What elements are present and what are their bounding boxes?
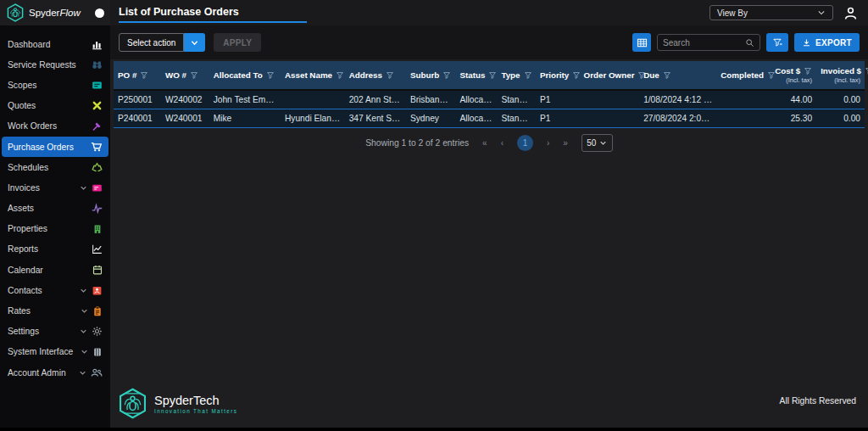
cell-po: P240001 — [114, 109, 161, 127]
grid-icon — [637, 37, 648, 48]
filter-icon[interactable] — [663, 71, 671, 80]
sidebar-item-purchase-orders[interactable]: Purchase Orders — [2, 137, 108, 157]
spydertech-logo-icon — [117, 388, 148, 419]
sidebar-item-label: Dashboard — [8, 40, 50, 49]
filter-icon[interactable] — [488, 71, 497, 80]
column-header-type[interactable]: Type — [497, 61, 536, 90]
table-row[interactable]: P250001W240002John Test Employee202 Ann … — [114, 90, 865, 109]
users-icon — [91, 367, 103, 378]
sidebar-item-properties[interactable]: Properties — [0, 219, 110, 239]
apply-button[interactable]: APPLY — [214, 33, 261, 52]
column-header-label: Completed — [721, 70, 764, 80]
column-header-asset-name[interactable]: Asset Name — [281, 61, 345, 90]
person-icon — [843, 6, 858, 20]
page-title: List of Purchase Orders — [119, 6, 307, 18]
view-by-dropdown[interactable]: View By — [709, 5, 833, 20]
column-header-allocated-to[interactable]: Allocated To — [209, 61, 281, 90]
next-page-button[interactable]: › — [547, 138, 549, 148]
filter-icon[interactable] — [804, 67, 812, 76]
chevron-down-icon — [79, 369, 86, 377]
filter-icon[interactable] — [140, 71, 148, 80]
cell-order-owner — [580, 90, 640, 109]
sidebar-item-calendar[interactable]: Calendar — [0, 260, 110, 280]
filter-icon[interactable] — [266, 71, 275, 80]
column-header-label: Allocated To — [214, 70, 263, 80]
sidebar-item-rates[interactable]: Rates — [0, 300, 110, 321]
column-header-label: Type — [501, 70, 520, 80]
sidebar-item-work-orders[interactable]: Work Orders — [0, 116, 110, 137]
filter-icon[interactable] — [442, 71, 451, 80]
filter-icon[interactable] — [336, 71, 344, 80]
contact-card-icon — [92, 285, 103, 296]
search-input[interactable] — [663, 38, 742, 48]
column-header-cost[interactable]: Cost $(Incl. tax) — [771, 61, 816, 90]
previous-page-button[interactable]: ‹ — [501, 138, 504, 148]
table-row[interactable]: P240001W240001MikeHyundi Elantra347 Kent… — [114, 109, 865, 127]
column-header-suburb[interactable]: Suburb — [406, 61, 455, 90]
filter-icon[interactable] — [386, 71, 394, 80]
waveform-icon — [92, 203, 103, 214]
sidebar-item-label: Contacts — [8, 286, 42, 295]
action-toolbar: Select action APPLY — [110, 25, 868, 59]
user-account-button[interactable] — [843, 6, 858, 20]
column-header-label: Suburb — [410, 70, 439, 80]
cell-due: 1/08/2024 4:12 pm — [639, 90, 716, 109]
current-page-button[interactable]: 1 — [517, 135, 533, 151]
sidebar-item-label: Properties — [8, 224, 47, 233]
cell-wo: W240001 — [161, 109, 209, 127]
first-page-button[interactable]: « — [482, 138, 487, 148]
cell-suburb: Sydney — [406, 109, 455, 127]
sidebar-item-reports[interactable]: Reports — [0, 239, 110, 260]
table-tools: EXPORT — [632, 33, 860, 52]
cell-wo: W240002 — [161, 90, 209, 109]
clear-filters-button[interactable] — [766, 33, 788, 52]
column-header-status[interactable]: Status — [455, 61, 497, 90]
column-header-completed[interactable]: Completed — [716, 61, 771, 90]
filter-icon[interactable] — [524, 71, 532, 80]
sidebar-item-quotes[interactable]: Quotes — [0, 96, 110, 116]
sidebar-item-service-requests[interactable]: Service Requests — [0, 54, 110, 75]
select-action-dropdown[interactable]: Select action — [119, 33, 205, 52]
sidebar-item-account-admin[interactable]: Account Admin — [0, 362, 110, 383]
page-size-value: 50 — [587, 138, 596, 148]
sidebar-item-invoices[interactable]: Invoices — [0, 177, 110, 198]
brand-name: SpyderFlow — [29, 8, 81, 18]
last-page-button[interactable]: » — [563, 138, 568, 148]
cell-address: 202 Ann Street — [345, 90, 406, 109]
sidebar-item-label: Purchase Orders — [8, 143, 74, 152]
sidebar-item-label: Assets — [8, 204, 34, 213]
column-settings-button[interactable] — [632, 33, 651, 52]
select-action-chevron-button[interactable] — [184, 33, 205, 52]
column-header-wo[interactable]: WO # — [161, 61, 209, 90]
spyderflow-logo-icon — [6, 3, 25, 22]
column-header-label: Address — [349, 70, 382, 80]
column-header-po[interactable]: PO # — [114, 61, 161, 90]
chevron-down-icon — [80, 327, 87, 335]
cell-cost: 44.00 — [771, 90, 816, 109]
column-header-order-owner[interactable]: Order Owner — [580, 61, 640, 90]
purchase-orders-table: PO #WO #Allocated ToAsset NameAddressSub… — [114, 61, 865, 128]
sidebar-item-contacts[interactable]: Contacts — [0, 280, 110, 300]
app-window: SpyderFlow DashboardService RequestsScop… — [0, 0, 868, 428]
filter-icon[interactable] — [572, 71, 581, 80]
purchase-orders-table-wrap: PO #WO #Allocated ToAsset NameAddressSub… — [114, 61, 865, 128]
sidebar-item-dashboard[interactable]: Dashboard — [0, 34, 110, 54]
sidebar-item-schedules[interactable]: Schedules — [0, 157, 110, 177]
column-header-due[interactable]: Due — [639, 61, 716, 90]
cell-asset-name: Hyundi Elantra — [281, 109, 345, 127]
column-header-address[interactable]: Address — [345, 61, 406, 90]
filter-icon[interactable] — [190, 71, 198, 80]
sidebar-item-scopes[interactable]: Scopes — [0, 75, 110, 95]
page-size-dropdown[interactable]: 50 — [581, 134, 613, 152]
cell-invoiced: 0.00 — [816, 90, 865, 109]
layers-icon — [92, 347, 103, 357]
sidebar-item-assets[interactable]: Assets — [0, 199, 110, 219]
sidebar-item-settings[interactable]: Settings — [0, 322, 110, 342]
column-header-priority[interactable]: Priority — [536, 61, 580, 90]
sidebar-item-system-interface[interactable]: System Interface — [0, 342, 110, 362]
filter-icon[interactable] — [865, 67, 868, 76]
export-button[interactable]: EXPORT — [794, 33, 860, 52]
chevron-down-icon — [817, 8, 826, 17]
sidebar-toggle[interactable] — [95, 8, 104, 18]
column-header-invoiced[interactable]: Invoiced $(Incl. tax) — [816, 61, 865, 90]
